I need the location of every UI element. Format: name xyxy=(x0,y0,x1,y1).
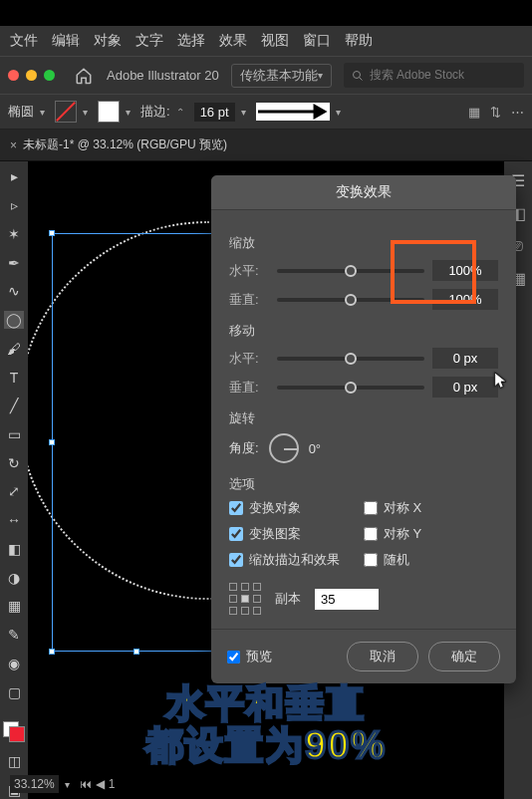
magic-wand-tool-icon[interactable]: ✶ xyxy=(4,224,24,243)
document-tab[interactable]: × 未标题-1* @ 33.12% (RGB/GPU 预览) xyxy=(6,133,231,156)
scale-v-value[interactable]: 100% xyxy=(432,289,498,310)
chevron-down-icon[interactable]: ▾ xyxy=(336,107,341,118)
eyedropper-tool-icon[interactable]: ✎ xyxy=(4,626,24,645)
reference-point-grid[interactable] xyxy=(229,583,261,615)
scale-h-label: 水平: xyxy=(229,262,269,280)
fill-stroke-swatch[interactable] xyxy=(3,721,25,742)
close-tab-icon[interactable]: × xyxy=(10,138,17,152)
type-tool-icon[interactable]: T xyxy=(4,368,24,387)
rotate-angle-value[interactable]: 0° xyxy=(309,441,321,456)
rectangle-tool-icon[interactable]: ▭ xyxy=(4,425,24,444)
rotate-tool-icon[interactable]: ↻ xyxy=(4,453,24,472)
options-section-label: 选项 xyxy=(229,475,498,493)
fill-swatch[interactable] xyxy=(55,101,77,123)
first-page-icon[interactable]: ⏮ xyxy=(80,777,92,791)
resize-handle[interactable] xyxy=(49,649,55,655)
gradient-tool-icon[interactable]: ▦ xyxy=(4,597,24,616)
width-tool-icon[interactable]: ↔ xyxy=(4,511,24,530)
chevron-down-icon[interactable]: ▾ xyxy=(65,779,70,790)
chevron-down-icon[interactable]: ▾ xyxy=(126,107,131,118)
svg-point-0 xyxy=(353,71,360,78)
chevron-down-icon[interactable]: ▾ xyxy=(83,107,88,118)
blend-tool-icon[interactable]: ◉ xyxy=(4,654,24,672)
reflect-x-checkbox[interactable]: 对称 X xyxy=(364,499,498,517)
menu-window[interactable]: 窗口 xyxy=(303,32,331,50)
arrow-profile-icon xyxy=(258,104,328,120)
resize-handle[interactable] xyxy=(133,649,139,655)
pen-tool-icon[interactable]: ✒ xyxy=(4,253,24,272)
cancel-button[interactable]: 取消 xyxy=(347,642,418,671)
move-section-label: 移动 xyxy=(229,322,498,340)
free-transform-tool-icon[interactable]: ◧ xyxy=(4,540,24,559)
close-window-button[interactable] xyxy=(8,70,19,81)
color-mode-icon[interactable]: ◫ xyxy=(4,752,24,771)
scale-h-slider[interactable] xyxy=(277,269,424,273)
ellipse-tool-icon[interactable]: ◯ xyxy=(4,311,24,330)
menu-object[interactable]: 对象 xyxy=(94,32,122,50)
menu-view[interactable]: 视图 xyxy=(261,32,289,50)
menu-edit[interactable]: 编辑 xyxy=(52,32,80,50)
transform-patterns-checkbox[interactable]: 变换图案 xyxy=(229,525,364,543)
menu-file[interactable]: 文件 xyxy=(10,32,38,50)
scale-h-value[interactable]: 100% xyxy=(432,260,498,281)
more-options-icon[interactable]: ⋯ xyxy=(511,105,524,120)
transform-objects-checkbox[interactable]: 变换对象 xyxy=(229,499,364,517)
reflect-y-checkbox[interactable]: 对称 Y xyxy=(364,525,498,543)
svg-line-1 xyxy=(359,77,362,80)
chevron-down-icon[interactable]: ▾ xyxy=(40,107,45,118)
move-v-slider[interactable] xyxy=(277,386,424,390)
stroke-swatch[interactable] xyxy=(98,101,120,123)
zoom-level[interactable]: 33.12% xyxy=(10,775,59,793)
random-checkbox[interactable]: 随机 xyxy=(364,551,498,569)
move-v-label: 垂直: xyxy=(229,379,269,397)
direct-selection-tool-icon[interactable]: ▹ xyxy=(4,196,24,215)
artboard-tool-icon[interactable]: ▢ xyxy=(4,682,24,701)
left-toolbar: ▸ ▹ ✶ ✒ ∿ ◯ 🖌 T ╱ ▭ ↻ ⤢ ↔ ◧ ◑ ▦ ✎ ◉ ▢ ◫ … xyxy=(0,161,28,799)
zoom-window-button[interactable] xyxy=(44,70,55,81)
align-icon[interactable]: ▦ xyxy=(468,105,480,120)
transform-effect-dialog: 变换效果 缩放 水平: 100% 垂直: 100% 移动 水平: 0 px 垂直… xyxy=(211,175,516,683)
shape-name-label: 椭圆 xyxy=(8,103,34,121)
stroke-decrement[interactable]: ⌃ xyxy=(176,107,184,118)
line-tool-icon[interactable]: ╱ xyxy=(4,397,24,415)
selection-tool-icon[interactable]: ▸ xyxy=(4,167,24,186)
home-icon[interactable] xyxy=(73,65,95,87)
document-tab-label: 未标题-1* @ 33.12% (RGB/GPU 预览) xyxy=(23,136,227,153)
move-h-slider[interactable] xyxy=(277,357,424,361)
chevron-down-icon: ▾ xyxy=(318,70,323,81)
menu-effect[interactable]: 效果 xyxy=(219,32,247,50)
search-adobe-stock[interactable]: 搜索 Adobe Stock xyxy=(344,63,524,88)
shape-builder-tool-icon[interactable]: ◑ xyxy=(4,568,24,587)
move-h-value[interactable]: 0 px xyxy=(432,348,498,369)
scale-strokes-checkbox[interactable]: 缩放描边和效果 xyxy=(229,551,364,569)
angle-dial[interactable] xyxy=(269,433,299,463)
page-number[interactable]: 1 xyxy=(109,777,116,791)
chevron-down-icon[interactable]: ▾ xyxy=(241,107,246,118)
stroke-weight-value[interactable]: 16 pt xyxy=(194,103,235,122)
dialog-title: 变换效果 xyxy=(211,175,516,210)
arrange-icon[interactable]: ⇅ xyxy=(490,105,501,120)
move-v-value[interactable]: 0 px xyxy=(432,377,498,398)
menu-help[interactable]: 帮助 xyxy=(345,32,373,50)
stroke-profile-dropdown[interactable] xyxy=(256,103,330,121)
copies-label: 副本 xyxy=(275,590,301,608)
resize-handle[interactable] xyxy=(49,230,55,236)
tool-options-bar: 椭圆 ▾ ▾ ▾ 描边: ⌃ 16 pt ▾ ▾ ▦ ⇅ ⋯ xyxy=(0,94,532,130)
menu-type[interactable]: 文字 xyxy=(135,32,163,50)
rotate-section-label: 旋转 xyxy=(229,409,498,427)
scale-v-slider[interactable] xyxy=(277,298,424,302)
status-bar: 33.12% ▾ ⏮ ◀ 1 xyxy=(10,775,115,793)
app-bar: Adobe Illustrator 20 传统基本功能 ▾ 搜索 Adobe S… xyxy=(0,56,532,94)
copies-input[interactable] xyxy=(315,589,379,610)
brush-tool-icon[interactable]: 🖌 xyxy=(4,339,24,358)
workspace-dropdown[interactable]: 传统基本功能 ▾ xyxy=(231,64,332,88)
ok-button[interactable]: 确定 xyxy=(428,642,500,671)
prev-page-icon[interactable]: ◀ xyxy=(96,777,105,791)
menu-select[interactable]: 选择 xyxy=(177,32,205,50)
curvature-tool-icon[interactable]: ∿ xyxy=(4,282,24,301)
scale-tool-icon[interactable]: ⤢ xyxy=(4,482,24,501)
resize-handle[interactable] xyxy=(49,439,55,445)
workspace-label: 传统基本功能 xyxy=(240,67,318,85)
minimize-window-button[interactable] xyxy=(26,70,37,81)
preview-checkbox[interactable]: 预览 xyxy=(227,648,272,666)
